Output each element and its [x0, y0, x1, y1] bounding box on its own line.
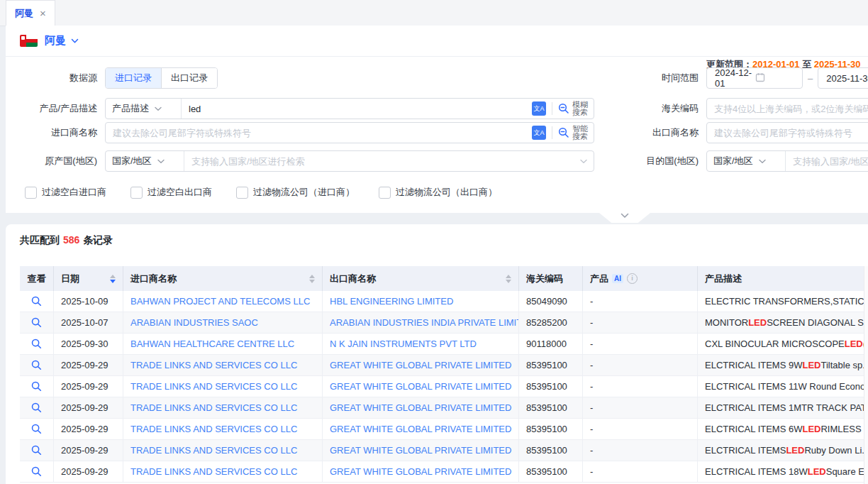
country-tab[interactable]: 阿曼 ×	[6, 0, 55, 26]
hs-code-label: 海关编码	[609, 102, 699, 115]
importer-link[interactable]: TRADE LINKS AND SERVICES CO LLC	[123, 440, 323, 461]
importer-link[interactable]: TRADE LINKS AND SERVICES CO LLC	[123, 355, 323, 376]
vertical-scrollbar[interactable]	[864, 266, 868, 484]
magnifier-icon	[31, 339, 42, 349]
view-record-button[interactable]	[31, 381, 42, 392]
table-row: 2025-10-07 ARABIAN INDUSTRIES SAOC ARABI…	[20, 312, 864, 334]
hs-code-input[interactable]	[706, 98, 868, 119]
importer-link[interactable]: BAHWAN HEALTHCARE CENTRE LLC	[123, 334, 323, 355]
country-name[interactable]: 阿曼	[45, 34, 66, 48]
product-cell: -	[583, 440, 698, 461]
importer-link[interactable]: TRADE LINKS AND SERVICES CO LLC	[123, 376, 323, 397]
exporter-link[interactable]: GREAT WHITE GLOBAL PRIVATE LIMITED	[323, 355, 519, 376]
info-icon[interactable]: i	[627, 273, 638, 284]
destination-type-select[interactable]: 国家/地区	[707, 151, 786, 171]
fuzzy-search-label: 模糊搜索	[572, 101, 588, 117]
hs-code-cell: 85285200	[519, 312, 583, 334]
view-cell	[20, 419, 54, 440]
table-body: 2025-10-09 BAHWAN PROJECT AND TELECOMS L…	[20, 291, 864, 483]
results-summary: 共匹配到586条记录	[20, 234, 113, 247]
checkbox-filter-logistics-importer[interactable]: 过滤物流公司（进口商）	[231, 186, 355, 199]
importer-link[interactable]: TRADE LINKS AND SERVICES CO LLC	[123, 397, 323, 419]
view-record-button[interactable]	[31, 317, 42, 328]
tab-export-records[interactable]: 出口记录	[161, 68, 217, 88]
checkbox-icon[interactable]	[130, 187, 143, 199]
exporter-link[interactable]: GREAT WHITE GLOBAL PRIVATE LIMITED	[323, 440, 519, 461]
product-field-select[interactable]: 产品描述	[106, 99, 182, 119]
chevron-down-icon[interactable]	[574, 159, 594, 164]
view-record-button[interactable]	[31, 402, 42, 413]
view-cell	[20, 334, 54, 355]
chevron-down-icon[interactable]	[71, 38, 79, 44]
importer-name-input[interactable]	[106, 123, 532, 143]
tab-import-records[interactable]: 进口记录	[106, 68, 161, 88]
description-cell: ELECTRIC TRANSFORMERS,STATIC C...	[698, 291, 864, 312]
header-date[interactable]: 日期	[54, 266, 123, 291]
view-record-button[interactable]	[31, 424, 42, 434]
date-start-input[interactable]: 2024-12-01	[706, 67, 803, 89]
translate-icon[interactable]: 文A	[532, 126, 546, 140]
table-row: 2025-09-29 TRADE LINKS AND SERVICES CO L…	[20, 397, 864, 419]
date-end-input[interactable]: 2025-11-30	[818, 67, 868, 89]
checkbox-filter-logistics-exporter[interactable]: 过滤物流公司（出口商）	[374, 186, 497, 199]
sort-icon[interactable]	[501, 275, 511, 283]
view-record-button[interactable]	[31, 296, 42, 307]
oman-flag-icon	[20, 35, 38, 47]
date-cell: 2025-09-30	[54, 334, 123, 355]
product-label: 产品/产品描述	[6, 102, 97, 115]
importer-search-group: 文A 智能搜索	[105, 122, 594, 143]
exporter-link[interactable]: N K JAIN INSTRUMENTS PVT LTD	[323, 334, 519, 355]
exporter-link[interactable]: HBL ENGINEERING LIMITED	[323, 291, 519, 312]
product-cell: -	[583, 461, 698, 483]
sort-icon[interactable]	[106, 275, 116, 283]
time-range-label: 时间范围	[609, 72, 699, 84]
destination-country-group: 国家/地区	[706, 150, 868, 172]
view-record-button[interactable]	[31, 360, 42, 370]
checkbox-icon[interactable]	[25, 187, 37, 199]
hs-code-cell: 85395100	[519, 397, 583, 419]
view-cell	[20, 440, 54, 461]
date-cell: 2025-10-07	[54, 312, 123, 334]
description-cell: ELCTRICAL ITEMS 1MTR TRACK PATT...	[698, 397, 864, 419]
checkbox-filter-blank-exporter[interactable]: 过滤空白出口商	[126, 186, 212, 199]
table-row: 2025-09-29 TRADE LINKS AND SERVICES CO L…	[20, 461, 864, 483]
checkbox-icon[interactable]	[379, 187, 391, 199]
checkbox-icon[interactable]	[236, 187, 248, 199]
exporter-link[interactable]: ARABIAN INDUSTRIES INDIA PRIVATE LIMIT..…	[323, 312, 519, 334]
magnifier-icon	[31, 402, 42, 413]
hs-code-cell: 85049090	[519, 291, 583, 312]
exporter-link[interactable]: GREAT WHITE GLOBAL PRIVATE LIMITED	[323, 461, 519, 483]
view-record-button[interactable]	[31, 339, 42, 349]
importer-link[interactable]: BAHWAN PROJECT AND TELECOMS LLC	[123, 291, 323, 312]
smart-search-label: 智能搜索	[572, 125, 588, 141]
close-icon[interactable]: ×	[40, 8, 46, 18]
exporter-name-input[interactable]	[706, 122, 868, 143]
view-record-button[interactable]	[31, 445, 42, 456]
importer-link[interactable]: TRADE LINKS AND SERVICES CO LLC	[123, 419, 323, 440]
translate-icon[interactable]: 文A	[532, 101, 546, 116]
product-cell: -	[583, 312, 698, 334]
destination-country-input[interactable]	[786, 151, 868, 171]
exporter-link[interactable]: GREAT WHITE GLOBAL PRIVATE LIMITED	[323, 419, 519, 440]
header-description: 产品描述	[698, 266, 864, 291]
exporter-link[interactable]: GREAT WHITE GLOBAL PRIVATE LIMITED	[323, 376, 519, 397]
view-record-button[interactable]	[31, 466, 42, 477]
sort-icon[interactable]	[305, 275, 315, 283]
origin-country-input[interactable]	[184, 151, 574, 171]
table-row: 2025-10-09 BAHWAN PROJECT AND TELECOMS L…	[20, 291, 864, 312]
checkbox-filter-blank-importer[interactable]: 过滤空白进口商	[20, 186, 106, 199]
magnifier-icon	[31, 317, 42, 328]
importer-link[interactable]: TRADE LINKS AND SERVICES CO LLC	[123, 461, 323, 483]
exporter-link[interactable]: GREAT WHITE GLOBAL PRIVATE LIMITED	[323, 397, 519, 419]
collapse-panel-handle[interactable]	[599, 213, 650, 223]
header-importer[interactable]: 进口商名称	[123, 266, 323, 291]
date-cell: 2025-09-29	[54, 419, 123, 440]
product-search-input[interactable]	[182, 99, 532, 119]
search-icon	[558, 103, 569, 114]
header-exporter[interactable]: 出口商名称	[323, 266, 519, 291]
smart-search-button[interactable]: 智能搜索	[552, 125, 594, 141]
importer-link[interactable]: ARABIAN INDUSTRIES SAOC	[123, 312, 323, 334]
description-cell: ELCTRICAL ITEMS 9W LED Tiltable sp...	[698, 355, 864, 376]
fuzzy-search-button[interactable]: 模糊搜索	[552, 101, 594, 117]
origin-type-select[interactable]: 国家/地区	[106, 151, 184, 171]
